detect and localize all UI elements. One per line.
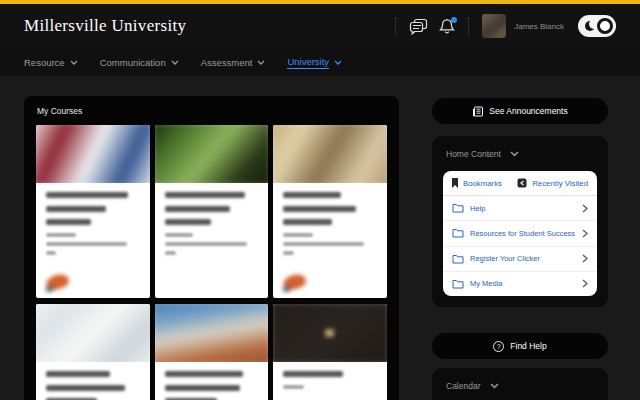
course-card-text xyxy=(273,183,387,298)
course-card[interactable] xyxy=(155,125,269,298)
link-register-your-clicker[interactable]: Register Your Clicker xyxy=(443,247,597,272)
course-card[interactable] xyxy=(273,125,387,298)
my-courses-panel: My Courses xyxy=(24,96,399,400)
home-content-header[interactable]: Home Content xyxy=(446,149,594,159)
course-card-text xyxy=(273,362,387,400)
chevron-right-icon xyxy=(582,204,588,213)
course-card[interactable] xyxy=(273,304,387,400)
nav-item-university[interactable]: University xyxy=(287,56,342,69)
chevron-down-icon xyxy=(171,60,179,65)
folder-icon xyxy=(452,279,464,289)
chevron-down-icon xyxy=(257,60,265,65)
bookmark-icon xyxy=(452,178,458,188)
home-content-tabs: Bookmarks Recently Visited xyxy=(443,171,597,196)
alert-icon xyxy=(45,272,71,291)
chevron-down-icon xyxy=(510,151,519,157)
folder-icon xyxy=(452,254,464,264)
messages-icon[interactable] xyxy=(409,18,428,35)
moon-icon xyxy=(585,21,595,31)
user-name[interactable]: James Blanck xyxy=(514,22,564,31)
chevron-down-icon xyxy=(490,383,499,389)
divider xyxy=(468,17,469,35)
course-image xyxy=(155,125,269,183)
recently-visited-icon xyxy=(517,178,527,188)
see-announcements-button[interactable]: See Announcements xyxy=(432,98,608,124)
chevron-down-icon xyxy=(70,60,78,65)
alert-icon xyxy=(282,272,308,291)
course-card[interactable] xyxy=(36,304,150,400)
dark-mode-toggle[interactable] xyxy=(578,15,616,37)
nav-item-resource[interactable]: Resource xyxy=(24,57,78,68)
course-image xyxy=(273,125,387,183)
nav-item-assessment[interactable]: Assessment xyxy=(201,57,266,68)
course-image xyxy=(273,304,387,362)
divider xyxy=(395,17,396,35)
course-card-text xyxy=(155,183,269,298)
course-image xyxy=(36,304,150,362)
avatar[interactable] xyxy=(482,14,506,38)
course-card-grid xyxy=(36,125,387,400)
calendar-header[interactable]: Calendar xyxy=(446,381,594,391)
apps-grid-icon[interactable] xyxy=(369,19,383,33)
question-icon: ? xyxy=(493,341,504,352)
course-image xyxy=(155,304,269,362)
nav-item-communication[interactable]: Communication xyxy=(100,57,179,68)
course-card[interactable] xyxy=(36,125,150,298)
announcements-icon xyxy=(472,106,483,117)
home-content-card: Bookmarks Recently Visited Help xyxy=(443,171,597,296)
folder-icon xyxy=(452,203,464,213)
chevron-right-icon xyxy=(582,229,588,238)
notification-dot xyxy=(451,17,457,23)
course-card[interactable] xyxy=(155,304,269,400)
folder-icon xyxy=(452,228,464,238)
see-announcements-label: See Announcements xyxy=(489,106,567,116)
chevron-down-icon xyxy=(334,60,342,65)
course-card-text xyxy=(36,183,150,298)
tab-bookmarks[interactable]: Bookmarks xyxy=(452,178,502,188)
chevron-right-icon xyxy=(582,279,588,288)
home-content-title: Home Content xyxy=(446,149,501,159)
my-courses-title: My Courses xyxy=(24,96,399,119)
main-nav: Resource Communication Assessment Univer… xyxy=(0,48,640,76)
course-card-text xyxy=(36,362,150,400)
course-image xyxy=(36,125,150,183)
chevron-right-icon xyxy=(582,254,588,263)
link-resources-for-student-success[interactable]: Resources for Student Success xyxy=(443,221,597,246)
toggle-knob xyxy=(597,18,613,34)
find-help-button[interactable]: ? Find Help xyxy=(432,333,608,359)
sidebar: See Announcements Home Content Bookmarks… xyxy=(432,98,608,400)
calendar-title: Calendar xyxy=(446,381,481,391)
link-my-media[interactable]: My Media xyxy=(443,272,597,296)
alerts-bell-icon[interactable] xyxy=(439,18,455,35)
header: Millersville University James Blanck xyxy=(0,4,640,48)
link-help[interactable]: Help xyxy=(443,196,597,221)
tab-recently-visited[interactable]: Recently Visited xyxy=(517,178,588,188)
home-content-panel: Home Content Bookmarks Recently Visited xyxy=(432,136,608,307)
course-card-text xyxy=(155,362,269,400)
header-actions: James Blanck xyxy=(369,14,616,38)
find-help-label: Find Help xyxy=(510,341,546,351)
calendar-panel: Calendar xyxy=(432,368,608,400)
university-logo[interactable]: Millersville University xyxy=(24,16,186,36)
